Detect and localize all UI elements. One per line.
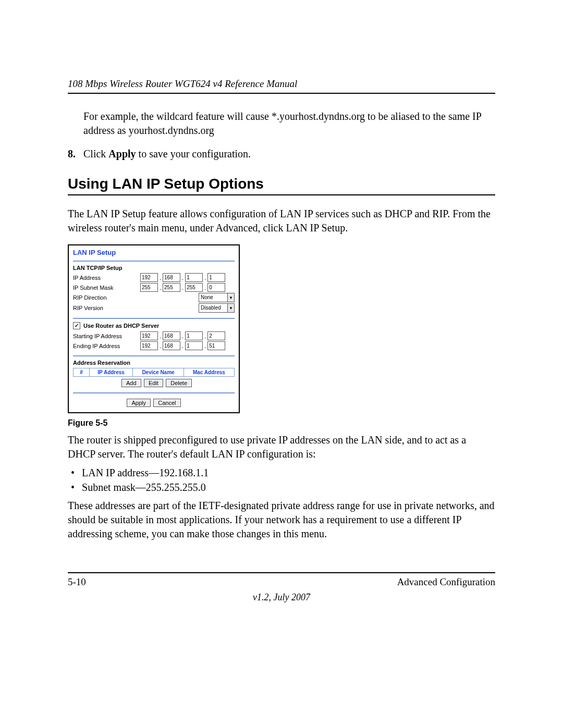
delete-button[interactable]: Delete [166, 379, 192, 387]
bullet-2: Subnet mask—255.255.255.0 [81, 480, 495, 495]
rip-direction-select[interactable]: None [199, 293, 228, 302]
add-button[interactable]: Add [121, 379, 141, 387]
chevron-down-icon[interactable]: ▼ [228, 293, 235, 302]
step-text-bold: Apply [108, 148, 136, 159]
reservation-table: # IP Address Device Name Mac Address [73, 368, 235, 377]
end-ip-octet-3[interactable]: 1 [185, 341, 203, 350]
screenshot-title: LAN IP Setup [73, 249, 235, 258]
rip-direction-label: RIP Direction [73, 294, 199, 301]
section-intro-para: The LAN IP Setup feature allows configur… [68, 207, 495, 235]
start-ip-row: Starting IP Address 192. 168. 1. 2 [73, 331, 235, 340]
post-para-1: The router is shipped preconfigured to u… [68, 433, 495, 461]
edit-button[interactable]: Edit [144, 379, 163, 387]
figure-caption: Figure 5-5 [68, 418, 495, 428]
ip-octet-3[interactable]: 1 [185, 273, 203, 282]
col-device: Device Name [133, 368, 184, 377]
post-para-2: These addresses are part of the IETF-des… [68, 499, 495, 541]
start-ip-octet-2[interactable]: 168 [163, 331, 180, 340]
section-heading: Using LAN IP Setup Options [68, 176, 495, 195]
subnet-label: IP Subnet Mask [73, 285, 140, 291]
rip-version-select[interactable]: Disabled [199, 303, 228, 313]
cancel-button[interactable]: Cancel [153, 399, 180, 407]
ip-octet-2[interactable]: 168 [163, 273, 180, 282]
reservation-heading: Address Reservation [73, 360, 235, 366]
page-footer: 5-10 Advanced Configuration [68, 572, 495, 588]
intro-paragraph: For example, the wildcard feature will c… [83, 109, 495, 138]
ip-address-row: IP Address 192. 168. 1. 1 [73, 273, 235, 282]
footer-version: v1.2, July 2007 [68, 592, 495, 603]
col-num: # [74, 368, 90, 377]
end-ip-row: Ending IP Address 192. 168. 1. 51 [73, 341, 235, 350]
ip-octet-1[interactable]: 192 [140, 273, 158, 282]
step-8: 8. Click Apply to save your configuratio… [68, 148, 495, 160]
start-ip-label: Starting IP Address [73, 333, 140, 339]
dhcp-checkbox-label: Use Router as DHCP Server [83, 323, 159, 329]
start-ip-octet-4[interactable]: 2 [207, 331, 225, 340]
subnet-octet-3[interactable]: 255 [185, 283, 203, 292]
chevron-down-icon[interactable]: ▼ [228, 303, 235, 313]
bullet-1: LAN IP address—192.168.1.1 [81, 465, 495, 480]
rip-direction-row: RIP Direction None ▼ [73, 293, 235, 302]
ip-octet-4[interactable]: 1 [207, 273, 225, 282]
page-header: 108 Mbps Wireless Router WGT624 v4 Refer… [68, 78, 495, 94]
apply-button[interactable]: Apply [127, 399, 151, 407]
rip-version-label: RIP Version [73, 305, 199, 311]
footer-page-num: 5-10 [68, 576, 86, 588]
ip-address-label: IP Address [73, 275, 140, 281]
step-text-pre: Click [83, 148, 108, 159]
tcpip-heading: LAN TCP/IP Setup [73, 265, 235, 271]
end-ip-octet-4[interactable]: 51 [207, 341, 225, 350]
start-ip-octet-1[interactable]: 192 [140, 331, 158, 340]
end-ip-label: Ending IP Address [73, 343, 140, 349]
subnet-octet-2[interactable]: 255 [163, 283, 180, 292]
end-ip-octet-1[interactable]: 192 [140, 341, 158, 350]
rip-version-row: RIP Version Disabled ▼ [73, 303, 235, 313]
subnet-octet-4[interactable]: 0 [207, 283, 225, 292]
bullet-list: LAN IP address—192.168.1.1 Subnet mask—2… [68, 465, 495, 495]
col-mac: Mac Address [183, 368, 234, 377]
step-number: 8. [68, 148, 83, 160]
col-ip: IP Address [90, 368, 133, 377]
start-ip-octet-3[interactable]: 1 [185, 331, 203, 340]
subnet-row: IP Subnet Mask 255. 255. 255. 0 [73, 283, 235, 292]
step-text-post: to save your configuration. [136, 148, 251, 159]
lan-ip-setup-screenshot: LAN IP Setup LAN TCP/IP Setup IP Address… [68, 244, 240, 413]
end-ip-octet-2[interactable]: 168 [163, 341, 180, 350]
footer-section: Advanced Configuration [397, 576, 495, 588]
subnet-octet-1[interactable]: 255 [140, 283, 158, 292]
dhcp-checkbox[interactable]: ✓ [73, 322, 80, 329]
dhcp-checkbox-row: ✓ Use Router as DHCP Server [73, 322, 235, 329]
